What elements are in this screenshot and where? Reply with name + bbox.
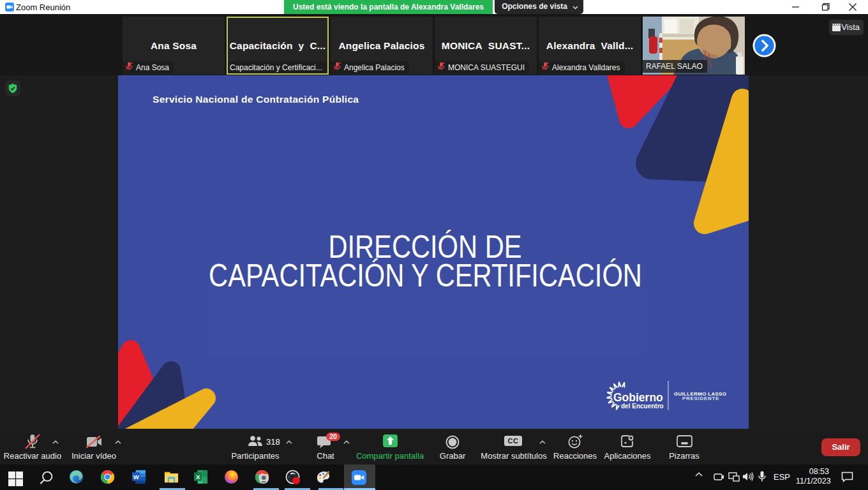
svg-text:X: X [196, 473, 200, 480]
svg-text:Gobierno: Gobierno [613, 391, 663, 404]
svg-text:PRESIDENTE: PRESIDENTE [682, 396, 719, 401]
svg-text:W: W [133, 473, 140, 480]
svg-text:del Encuentro: del Encuentro [621, 403, 664, 410]
